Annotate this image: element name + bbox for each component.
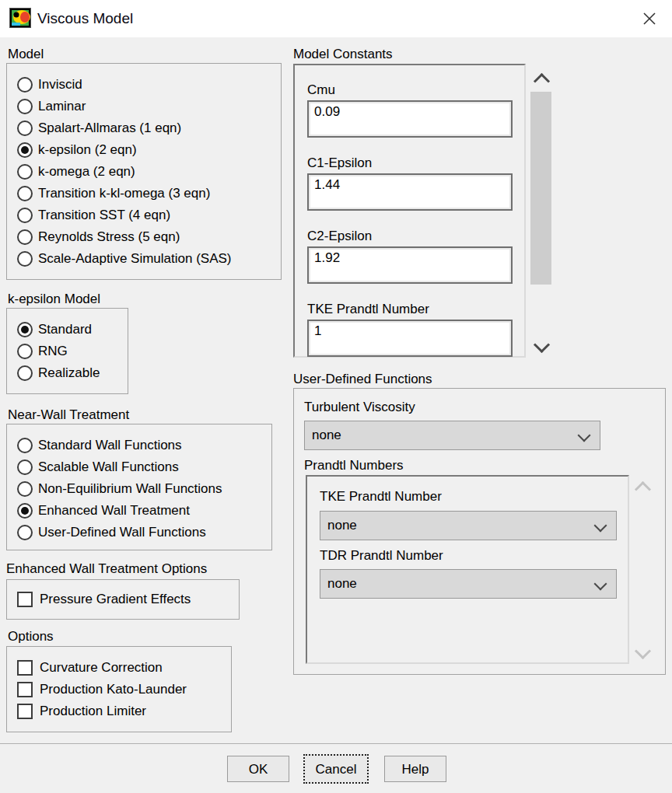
checkbox-icon [17,660,33,676]
radio-label: Inviscid [38,77,82,93]
radio-label: Transition k-kl-omega (3 eqn) [38,186,210,201]
radio-laminar[interactable]: Laminar [17,96,281,117]
radio-standard[interactable]: Standard [17,319,128,341]
radio-icon [17,438,33,453]
radio-non-equilibrium-wall-functions[interactable]: Non-Equilibrium Wall Functions [17,478,271,500]
checkbox-label: Curvature Correction [40,660,163,676]
radio-label: Scale-Adaptive Simulation (SAS) [38,251,232,267]
prandtl-numbers-panel: TKE Prandtl Number none TDR Prandtl Numb… [306,475,629,664]
radio-enhanced-wall-treatment[interactable]: Enhanced Wall Treatment [17,500,271,522]
checkbox-label: Production Limiter [40,704,146,719]
radio-icon [17,142,33,158]
radio-transition-sst[interactable]: Transition SST (4 eqn) [17,204,281,226]
radio-label: k-epsilon (2 eqn) [38,142,137,158]
cmu-input[interactable] [307,100,513,138]
udf-group-label: User-Defined Functions [293,372,432,387]
radio-label: Reynolds Stress (5 eqn) [38,229,180,245]
radio-icon [17,99,33,114]
radio-label: Realizable [38,365,100,381]
model-group-box: Inviscid Laminar Spalart-Allmaras (1 eqn… [6,63,282,280]
tdr-prandtl-udf-label: TDR Prandtl Number [320,548,443,564]
scroll-up-icon[interactable] [536,75,548,87]
radio-label: Spalart-Allmaras (1 eqn) [38,121,181,136]
radio-scalable-wall-functions[interactable]: Scalable Wall Functions [17,456,271,478]
checkbox-production-limiter[interactable]: Production Limiter [17,700,231,722]
checkbox-curvature-correction[interactable]: Curvature Correction [17,657,231,679]
radio-spalart-allmaras[interactable]: Spalart-Allmaras (1 eqn) [17,117,281,139]
tke-prandtl-udf-label: TKE Prandtl Number [320,489,442,505]
options-group-label: Options [8,629,54,645]
checkbox-label: Production Kato-Launder [40,682,187,697]
radio-label: Transition SST (4 eqn) [38,208,170,223]
checkbox-icon [17,704,33,719]
help-button[interactable]: Help [384,756,446,782]
tke-prandtl-input[interactable] [307,320,513,357]
near-wall-group-box: Standard Wall Functions Scalable Wall Fu… [6,424,272,550]
c2-epsilon-label: C2-Epsilon [307,229,524,244]
radio-transition-k-kl-omega[interactable]: Transition k-kl-omega (3 eqn) [17,183,281,204]
ok-button[interactable]: OK [227,756,289,782]
scrollbar-thumb[interactable] [530,92,551,285]
radio-icon [17,481,33,497]
c1-epsilon-input[interactable] [307,173,513,211]
model-constants-scrollbar [530,74,551,354]
radio-standard-wall-functions[interactable]: Standard Wall Functions [17,435,271,456]
radio-label: k-omega (2 eqn) [38,164,135,180]
footer-divider [0,743,672,744]
radio-label: Laminar [38,99,86,114]
checkbox-production-kato-launder[interactable]: Production Kato-Launder [17,679,231,700]
checkbox-icon [17,682,33,697]
radio-icon [17,121,33,136]
radio-reynolds-stress[interactable]: Reynolds Stress (5 eqn) [17,226,281,248]
radio-icon [17,186,33,201]
title-bar: Viscous Model [0,0,672,37]
radio-icon [17,344,33,359]
radio-scale-adaptive-simulation[interactable]: Scale-Adaptive Simulation (SAS) [17,248,281,270]
checkbox-pressure-gradient-effects[interactable]: Pressure Gradient Effects [17,589,239,610]
model-group-label: Model [8,47,44,62]
prandtl-numbers-label: Prandtl Numbers [304,458,404,473]
radio-realizable[interactable]: Realizable [17,362,128,384]
radio-inviscid[interactable]: Inviscid [17,74,281,96]
chevron-down-icon [578,429,591,442]
radio-user-defined-wall-functions[interactable]: User-Defined Wall Functions [17,522,271,543]
radio-k-epsilon[interactable]: k-epsilon (2 eqn) [17,139,281,161]
close-button[interactable] [636,6,663,31]
chevron-down-icon [594,578,607,591]
cancel-button[interactable]: Cancel [303,754,369,784]
radio-label: RNG [38,344,68,359]
radio-icon [17,251,33,267]
checkbox-label: Pressure Gradient Effects [40,592,191,607]
kepsilon-group-box: Standard RNG Realizable [6,308,128,394]
tke-prandtl-select[interactable]: none [320,511,617,540]
radio-k-omega[interactable]: k-omega (2 eqn) [17,161,281,183]
tdr-prandtl-select[interactable]: none [320,569,617,599]
selected-value: none [327,518,357,533]
options-group-box: Curvature Correction Production Kato-Lau… [6,646,232,732]
checkbox-icon [17,592,33,607]
scroll-down-icon[interactable] [536,339,548,351]
tke-prandtl-label: TKE Prandtl Number [307,302,524,317]
cmu-label: Cmu [307,82,524,98]
c2-epsilon-input[interactable] [307,246,513,284]
turbulent-viscosity-select[interactable]: none [304,421,600,450]
model-constants-panel: Cmu C1-Epsilon C2-Epsilon TKE Prandtl Nu… [293,64,526,358]
radio-label: Non-Equilibrium Wall Functions [38,481,222,497]
radio-label: User-Defined Wall Functions [38,525,206,540]
radio-label: Enhanced Wall Treatment [38,503,190,519]
ewt-options-group-box: Pressure Gradient Effects [6,579,240,620]
chevron-down-icon [594,519,607,533]
model-constants-label: Model Constants [293,47,393,62]
radio-icon [17,322,33,337]
window-title: Viscous Model [37,0,133,37]
kepsilon-group-label: k-epsilon Model [8,292,100,307]
radio-rng[interactable]: RNG [17,341,128,362]
radio-label: Scalable Wall Functions [38,459,179,475]
near-wall-group-label: Near-Wall Treatment [8,407,129,423]
radio-label: Standard [38,322,92,337]
c1-epsilon-label: C1-Epsilon [307,155,524,171]
radio-icon [17,459,33,475]
radio-icon [17,164,33,180]
radio-icon [17,525,33,540]
selected-value: none [312,428,341,442]
